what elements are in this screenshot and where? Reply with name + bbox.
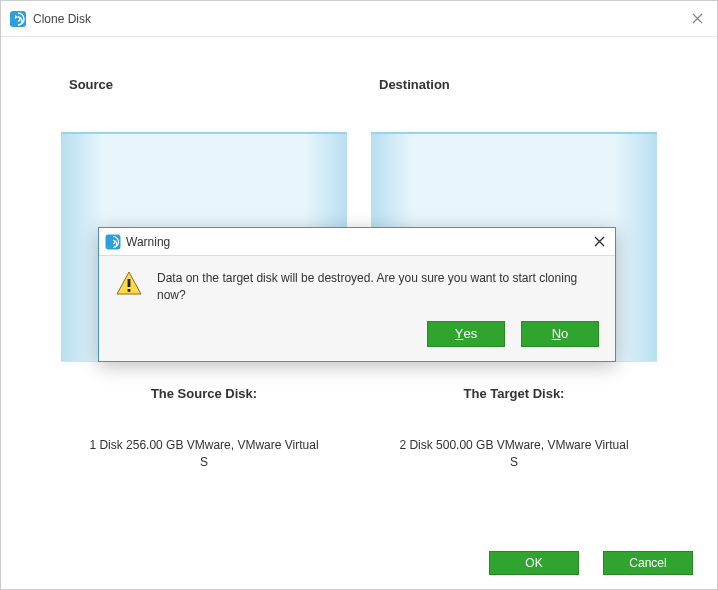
no-button[interactable]: No (521, 321, 599, 347)
no-mnemonic: N (552, 326, 561, 341)
warning-dialog: Warning Data on the target disk will be … (98, 227, 616, 362)
source-disk-label: The Source Disk: (151, 386, 257, 401)
yes-rest: es (463, 326, 477, 341)
source-header: Source (69, 77, 113, 92)
dialog-app-icon (105, 234, 121, 250)
destination-disk-label: The Target Disk: (464, 386, 565, 401)
ok-button[interactable]: OK (489, 551, 579, 575)
window-close-button[interactable] (677, 1, 717, 37)
source-disk-desc: 1 Disk 256.00 GB VMware, VMware Virtual … (84, 437, 324, 471)
yes-button[interactable]: Yes (427, 321, 505, 347)
titlebar: Clone Disk (1, 1, 717, 37)
dialog-titlebar: Warning (99, 228, 615, 256)
window-title: Clone Disk (33, 12, 91, 26)
dialog-message: Data on the target disk will be destroye… (157, 270, 599, 305)
yes-mnemonic: Y (455, 326, 464, 341)
footer: OK Cancel (489, 551, 693, 575)
no-rest: o (561, 326, 568, 341)
dialog-close-button[interactable] (587, 231, 611, 253)
app-icon (9, 10, 27, 28)
destination-disk-desc: 2 Disk 500.00 GB VMware, VMware Virtual … (394, 437, 634, 471)
svg-rect-2 (128, 279, 131, 287)
svg-rect-3 (128, 289, 131, 292)
cancel-button[interactable]: Cancel (603, 551, 693, 575)
destination-header: Destination (379, 77, 450, 92)
dialog-title: Warning (126, 235, 170, 249)
warning-icon (115, 270, 143, 298)
